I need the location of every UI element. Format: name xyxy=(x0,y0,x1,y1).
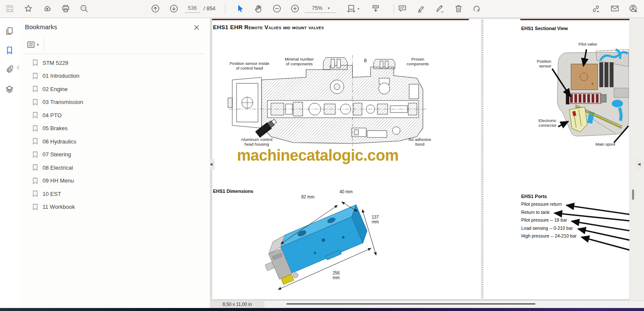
zoom-level-value: 75% xyxy=(312,5,322,11)
bookmark-label: 04 PTO xyxy=(43,112,62,119)
page-up-icon xyxy=(151,4,160,13)
print-icon xyxy=(61,4,70,13)
dimension-256mm: 256 mm xyxy=(328,271,344,280)
chevron-down-icon[interactable]: ▾ xyxy=(358,7,359,11)
bookmark-item[interactable]: 05 Brakes xyxy=(19,122,210,135)
horizontal-scrollbar-thumb[interactable] xyxy=(286,303,535,305)
bookmark-item[interactable]: 06 Hydraulics xyxy=(19,135,210,148)
pages-icon xyxy=(5,26,14,36)
panel-title: Bookmarks xyxy=(25,23,57,30)
chevron-down-icon: ▾ xyxy=(37,43,39,47)
share-upload-button[interactable] xyxy=(42,3,53,14)
bookmark-list: STM 5229 01 Introduction 02 Engine 03 Tr… xyxy=(19,56,210,213)
previous-page-button[interactable] xyxy=(150,3,161,14)
label-electronic-connector: Electronic connector xyxy=(531,119,556,128)
delete-button[interactable] xyxy=(453,3,464,14)
label-proven-components: Proven components xyxy=(401,57,435,66)
envelope-icon xyxy=(610,4,620,13)
zoom-level-select[interactable]: 75% ▾ xyxy=(305,4,337,13)
navigation-pane-strip xyxy=(0,18,19,308)
page-fold-dashed-line xyxy=(483,20,483,298)
sectional-view-figure xyxy=(532,40,629,151)
dimension-40mm: 40 mm xyxy=(337,189,355,194)
expand-tools-icon: ◀ xyxy=(638,162,641,166)
star-button[interactable] xyxy=(23,3,34,14)
bookmark-icon xyxy=(32,151,38,158)
fit-width-button[interactable] xyxy=(346,3,357,14)
page-display-mode-button[interactable] xyxy=(370,3,381,14)
page-header-rule-left xyxy=(212,19,469,20)
bookmark-icon xyxy=(32,85,38,92)
highlight-button[interactable] xyxy=(416,3,427,14)
print-button[interactable] xyxy=(60,3,71,14)
options-list-icon xyxy=(27,40,35,49)
toolbar: 536 / 854 75% ▾ ▾ xyxy=(0,0,644,18)
redo-arrow-icon xyxy=(472,4,481,13)
watermark-text: machinecatalogic.com xyxy=(237,146,409,165)
save-button[interactable] xyxy=(4,3,15,14)
select-tool-button[interactable] xyxy=(234,3,246,14)
paperclip-icon xyxy=(5,64,14,74)
bookmark-label: 09 HH Menu xyxy=(43,177,74,184)
bookmark-icon xyxy=(32,112,38,119)
fit-width-icon xyxy=(346,4,356,13)
expand-tools-button[interactable]: ◀ xyxy=(635,159,643,170)
bookmark-item[interactable]: 10 EST xyxy=(19,187,210,201)
bookmark-icon xyxy=(32,59,38,66)
label-aluminum-housing: Aluminum control head housing xyxy=(236,137,278,146)
close-panel-button[interactable] xyxy=(192,23,201,32)
bookmark-item[interactable]: 03 Transmission xyxy=(19,96,210,109)
bookmark-item[interactable]: 11 Workbook xyxy=(19,201,210,214)
comment-button[interactable] xyxy=(397,3,408,14)
bookmark-label: 10 EST xyxy=(43,191,61,197)
bookmark-item[interactable]: STM 5229 xyxy=(19,56,210,70)
bookmarks-panel: Bookmarks ▾ STM 5229 01 Introduction 02 … xyxy=(19,18,210,308)
bookmark-icon xyxy=(5,46,14,55)
comment-bubble-icon xyxy=(398,4,407,13)
hand-tool-button[interactable] xyxy=(253,3,264,14)
page-count-label: / 854 xyxy=(204,6,216,12)
bookmark-label: 08 Electrical xyxy=(43,165,73,171)
bookmark-item[interactable]: 04 PTO xyxy=(19,109,210,122)
bookmark-icon xyxy=(32,138,38,145)
ports-heading: EHS1 Ports xyxy=(521,194,547,199)
bookmark-item[interactable]: 08 Electrical xyxy=(19,161,210,174)
panel-separator xyxy=(24,54,204,54)
panel-toolbar-divider xyxy=(44,38,44,51)
fill-sign-button[interactable] xyxy=(434,3,446,14)
bookmark-icon xyxy=(32,125,38,132)
bookmark-item[interactable]: 02 Engine xyxy=(19,82,210,96)
next-page-button[interactable] xyxy=(168,3,179,14)
bookmark-icon xyxy=(32,164,38,171)
page-title: EHS1 EHR Remote Valves mid mount valves xyxy=(213,24,415,30)
email-button[interactable] xyxy=(609,3,620,14)
bookmark-label: 11 Workbook xyxy=(43,204,75,210)
bookmarks-panel-button[interactable] xyxy=(4,45,15,56)
page-thumbnails-button[interactable] xyxy=(4,25,15,37)
label-no-adhesive-bond: No adhesive bond xyxy=(401,137,439,146)
bookmark-label: 03 Transmission xyxy=(43,99,83,105)
search-icon xyxy=(79,4,89,13)
bookmark-item[interactable]: 09 HH Menu xyxy=(19,174,210,188)
star-icon xyxy=(24,4,33,13)
label-position-sensor: Position sensor inside of control head xyxy=(227,61,272,70)
zoom-out-icon xyxy=(272,4,282,13)
share-link-button[interactable] xyxy=(590,3,601,14)
add-person-button[interactable] xyxy=(628,3,639,14)
page-number-input[interactable]: 536 xyxy=(185,4,200,13)
find-button[interactable] xyxy=(79,3,90,14)
bookmark-item[interactable]: 07 Steering xyxy=(19,148,210,162)
zoom-out-button[interactable] xyxy=(271,3,283,14)
bookmark-item[interactable]: 01 Introduction xyxy=(19,70,210,83)
hand-icon xyxy=(254,4,263,13)
layers-button[interactable] xyxy=(4,84,15,95)
bookmark-icon xyxy=(32,204,38,210)
vertical-scrollbar-thumb[interactable] xyxy=(632,189,634,200)
redo-button[interactable] xyxy=(471,3,482,14)
dimension-82mm: 82 mm xyxy=(298,195,318,199)
zoom-in-button[interactable] xyxy=(289,3,301,14)
attachments-button[interactable] xyxy=(4,64,15,75)
bookmark-options-button[interactable]: ▾ xyxy=(24,39,41,50)
page-header-rule-right xyxy=(520,19,629,20)
bookmark-icon xyxy=(32,99,38,106)
